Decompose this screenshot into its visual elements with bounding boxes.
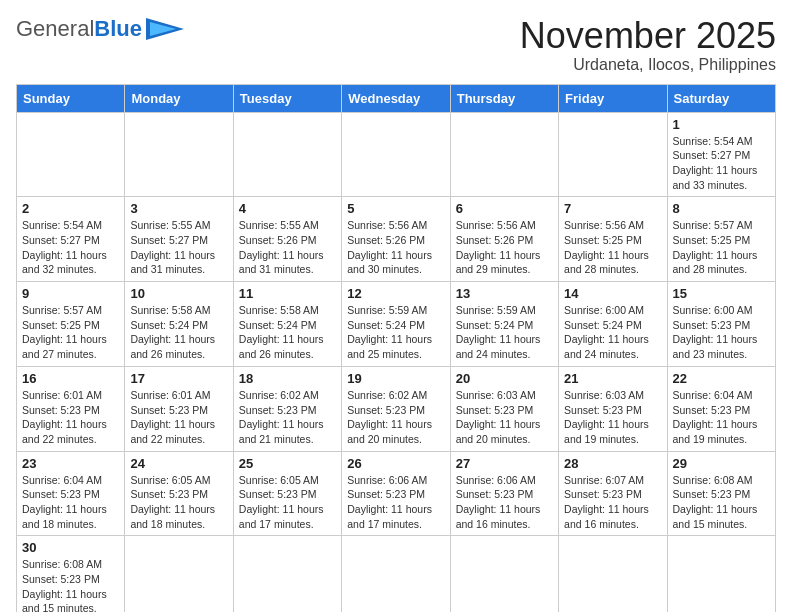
calendar-cell: 16Sunrise: 6:01 AMSunset: 5:23 PMDayligh… bbox=[17, 366, 125, 451]
calendar-cell bbox=[233, 112, 341, 197]
week-row-2: 2Sunrise: 5:54 AMSunset: 5:27 PMDaylight… bbox=[17, 197, 776, 282]
day-number: 3 bbox=[130, 201, 227, 216]
calendar-cell bbox=[450, 112, 558, 197]
calendar-cell: 8Sunrise: 5:57 AMSunset: 5:25 PMDaylight… bbox=[667, 197, 775, 282]
cell-content: Sunrise: 6:00 AMSunset: 5:23 PMDaylight:… bbox=[673, 303, 770, 362]
week-row-1: 1Sunrise: 5:54 AMSunset: 5:27 PMDaylight… bbox=[17, 112, 776, 197]
day-number: 15 bbox=[673, 286, 770, 301]
weekday-thursday: Thursday bbox=[450, 84, 558, 112]
calendar-cell bbox=[233, 536, 341, 612]
cell-content: Sunrise: 5:56 AMSunset: 5:25 PMDaylight:… bbox=[564, 218, 661, 277]
cell-content: Sunrise: 6:02 AMSunset: 5:23 PMDaylight:… bbox=[239, 388, 336, 447]
day-number: 8 bbox=[673, 201, 770, 216]
cell-content: Sunrise: 5:54 AMSunset: 5:27 PMDaylight:… bbox=[22, 218, 119, 277]
day-number: 22 bbox=[673, 371, 770, 386]
day-number: 30 bbox=[22, 540, 119, 555]
cell-content: Sunrise: 5:58 AMSunset: 5:24 PMDaylight:… bbox=[239, 303, 336, 362]
day-number: 11 bbox=[239, 286, 336, 301]
weekday-saturday: Saturday bbox=[667, 84, 775, 112]
calendar-cell: 5Sunrise: 5:56 AMSunset: 5:26 PMDaylight… bbox=[342, 197, 450, 282]
cell-content: Sunrise: 5:56 AMSunset: 5:26 PMDaylight:… bbox=[456, 218, 553, 277]
logo: GeneralBlue bbox=[16, 16, 184, 42]
cell-content: Sunrise: 6:01 AMSunset: 5:23 PMDaylight:… bbox=[130, 388, 227, 447]
calendar-cell: 24Sunrise: 6:05 AMSunset: 5:23 PMDayligh… bbox=[125, 451, 233, 536]
cell-content: Sunrise: 6:04 AMSunset: 5:23 PMDaylight:… bbox=[673, 388, 770, 447]
day-number: 26 bbox=[347, 456, 444, 471]
cell-content: Sunrise: 6:01 AMSunset: 5:23 PMDaylight:… bbox=[22, 388, 119, 447]
calendar-cell bbox=[125, 112, 233, 197]
weekday-header-row: SundayMondayTuesdayWednesdayThursdayFrid… bbox=[17, 84, 776, 112]
calendar-cell: 4Sunrise: 5:55 AMSunset: 5:26 PMDaylight… bbox=[233, 197, 341, 282]
logo-blue: Blue bbox=[94, 16, 142, 42]
calendar-cell: 9Sunrise: 5:57 AMSunset: 5:25 PMDaylight… bbox=[17, 282, 125, 367]
cell-content: Sunrise: 6:06 AMSunset: 5:23 PMDaylight:… bbox=[347, 473, 444, 532]
day-number: 9 bbox=[22, 286, 119, 301]
calendar-cell: 18Sunrise: 6:02 AMSunset: 5:23 PMDayligh… bbox=[233, 366, 341, 451]
cell-content: Sunrise: 6:08 AMSunset: 5:23 PMDaylight:… bbox=[673, 473, 770, 532]
cell-content: Sunrise: 6:02 AMSunset: 5:23 PMDaylight:… bbox=[347, 388, 444, 447]
calendar-cell: 6Sunrise: 5:56 AMSunset: 5:26 PMDaylight… bbox=[450, 197, 558, 282]
calendar-cell: 12Sunrise: 5:59 AMSunset: 5:24 PMDayligh… bbox=[342, 282, 450, 367]
day-number: 20 bbox=[456, 371, 553, 386]
day-number: 28 bbox=[564, 456, 661, 471]
calendar-cell: 29Sunrise: 6:08 AMSunset: 5:23 PMDayligh… bbox=[667, 451, 775, 536]
cell-content: Sunrise: 5:55 AMSunset: 5:26 PMDaylight:… bbox=[239, 218, 336, 277]
day-number: 27 bbox=[456, 456, 553, 471]
day-number: 16 bbox=[22, 371, 119, 386]
day-number: 29 bbox=[673, 456, 770, 471]
cell-content: Sunrise: 6:04 AMSunset: 5:23 PMDaylight:… bbox=[22, 473, 119, 532]
cell-content: Sunrise: 6:03 AMSunset: 5:23 PMDaylight:… bbox=[564, 388, 661, 447]
calendar-cell: 19Sunrise: 6:02 AMSunset: 5:23 PMDayligh… bbox=[342, 366, 450, 451]
calendar-cell: 7Sunrise: 5:56 AMSunset: 5:25 PMDaylight… bbox=[559, 197, 667, 282]
day-number: 5 bbox=[347, 201, 444, 216]
cell-content: Sunrise: 6:07 AMSunset: 5:23 PMDaylight:… bbox=[564, 473, 661, 532]
cell-content: Sunrise: 5:59 AMSunset: 5:24 PMDaylight:… bbox=[456, 303, 553, 362]
day-number: 19 bbox=[347, 371, 444, 386]
cell-content: Sunrise: 5:56 AMSunset: 5:26 PMDaylight:… bbox=[347, 218, 444, 277]
cell-content: Sunrise: 5:57 AMSunset: 5:25 PMDaylight:… bbox=[673, 218, 770, 277]
calendar-cell: 15Sunrise: 6:00 AMSunset: 5:23 PMDayligh… bbox=[667, 282, 775, 367]
day-number: 25 bbox=[239, 456, 336, 471]
calendar-cell: 11Sunrise: 5:58 AMSunset: 5:24 PMDayligh… bbox=[233, 282, 341, 367]
cell-content: Sunrise: 6:06 AMSunset: 5:23 PMDaylight:… bbox=[456, 473, 553, 532]
calendar-table: SundayMondayTuesdayWednesdayThursdayFrid… bbox=[16, 84, 776, 612]
cell-content: Sunrise: 6:00 AMSunset: 5:24 PMDaylight:… bbox=[564, 303, 661, 362]
day-number: 4 bbox=[239, 201, 336, 216]
calendar-cell: 10Sunrise: 5:58 AMSunset: 5:24 PMDayligh… bbox=[125, 282, 233, 367]
calendar-cell: 26Sunrise: 6:06 AMSunset: 5:23 PMDayligh… bbox=[342, 451, 450, 536]
weekday-tuesday: Tuesday bbox=[233, 84, 341, 112]
day-number: 1 bbox=[673, 117, 770, 132]
weekday-monday: Monday bbox=[125, 84, 233, 112]
calendar-cell: 14Sunrise: 6:00 AMSunset: 5:24 PMDayligh… bbox=[559, 282, 667, 367]
calendar-cell bbox=[559, 112, 667, 197]
calendar-cell: 23Sunrise: 6:04 AMSunset: 5:23 PMDayligh… bbox=[17, 451, 125, 536]
week-row-5: 23Sunrise: 6:04 AMSunset: 5:23 PMDayligh… bbox=[17, 451, 776, 536]
day-number: 10 bbox=[130, 286, 227, 301]
day-number: 23 bbox=[22, 456, 119, 471]
weekday-friday: Friday bbox=[559, 84, 667, 112]
week-row-6: 30Sunrise: 6:08 AMSunset: 5:23 PMDayligh… bbox=[17, 536, 776, 612]
cell-content: Sunrise: 5:58 AMSunset: 5:24 PMDaylight:… bbox=[130, 303, 227, 362]
weekday-wednesday: Wednesday bbox=[342, 84, 450, 112]
weekday-sunday: Sunday bbox=[17, 84, 125, 112]
day-number: 6 bbox=[456, 201, 553, 216]
week-row-3: 9Sunrise: 5:57 AMSunset: 5:25 PMDaylight… bbox=[17, 282, 776, 367]
month-title: November 2025 bbox=[520, 16, 776, 56]
calendar-cell: 1Sunrise: 5:54 AMSunset: 5:27 PMDaylight… bbox=[667, 112, 775, 197]
calendar-cell bbox=[342, 536, 450, 612]
day-number: 21 bbox=[564, 371, 661, 386]
calendar-cell: 20Sunrise: 6:03 AMSunset: 5:23 PMDayligh… bbox=[450, 366, 558, 451]
calendar-cell: 17Sunrise: 6:01 AMSunset: 5:23 PMDayligh… bbox=[125, 366, 233, 451]
calendar-cell: 3Sunrise: 5:55 AMSunset: 5:27 PMDaylight… bbox=[125, 197, 233, 282]
calendar-cell bbox=[17, 112, 125, 197]
calendar-cell: 13Sunrise: 5:59 AMSunset: 5:24 PMDayligh… bbox=[450, 282, 558, 367]
calendar-cell bbox=[559, 536, 667, 612]
week-row-4: 16Sunrise: 6:01 AMSunset: 5:23 PMDayligh… bbox=[17, 366, 776, 451]
calendar-cell bbox=[125, 536, 233, 612]
logo-general: General bbox=[16, 16, 94, 42]
title-area: November 2025 Urdaneta, Ilocos, Philippi… bbox=[520, 16, 776, 74]
day-number: 24 bbox=[130, 456, 227, 471]
calendar-cell: 27Sunrise: 6:06 AMSunset: 5:23 PMDayligh… bbox=[450, 451, 558, 536]
calendar-cell bbox=[342, 112, 450, 197]
cell-content: Sunrise: 6:08 AMSunset: 5:23 PMDaylight:… bbox=[22, 557, 119, 612]
